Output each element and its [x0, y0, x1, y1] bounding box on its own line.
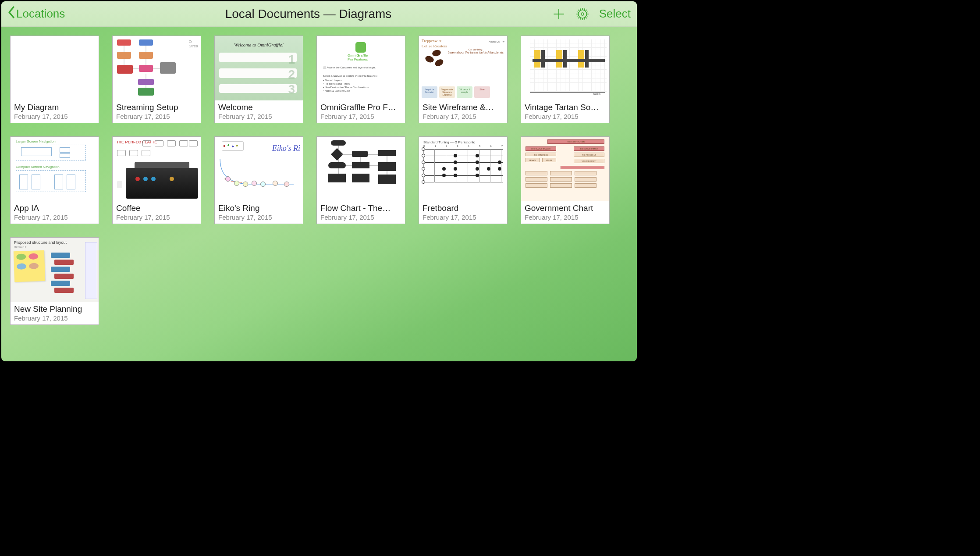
document-item[interactable]: THE PERFECT LATTE Coffee February 17, 20…: [112, 136, 201, 224]
svg-line-8: [578, 17, 579, 18]
document-item[interactable]: OmniGraffle Pro Features ⬜ Access the Ca…: [316, 36, 405, 123]
svg-line-12: [586, 15, 588, 16]
document-label: Coffee February 17, 2015: [113, 201, 201, 224]
document-title: Eiko's Ring: [218, 203, 299, 213]
document-label: App IA February 17, 2015: [11, 201, 99, 224]
document-title: Government Chart: [525, 203, 606, 213]
back-label: Locations: [16, 7, 65, 21]
document-thumbnail: THE PERFECT LATTE: [113, 137, 201, 201]
document-date: February 17, 2015: [14, 113, 95, 120]
document-date: February 17, 2015: [525, 214, 606, 221]
document-thumbnail: OmniGraffle Pro Features ⬜ Access the Ca…: [317, 36, 405, 100]
document-label: My Diagram February 17, 2015: [11, 100, 99, 123]
document-label: Welcome February 17, 2015: [215, 100, 303, 123]
document-label: Vintage Tartan So… February 17, 2015: [521, 100, 609, 123]
document-title: New Site Planning: [14, 304, 95, 314]
document-browser: Locations Local Documents — Diagrams: [0, 0, 638, 363]
toolbar: Locations Local Documents — Diagrams: [1, 1, 637, 27]
document-title: App IA: [14, 203, 95, 213]
svg-line-14: [580, 18, 581, 19]
document-date: February 17, 2015: [525, 113, 606, 120]
document-title: Site Wireframe &…: [423, 103, 504, 112]
document-thumbnail: Standard Tuning — G Pentatonic 01234567: [419, 137, 507, 201]
document-label: Site Wireframe &… February 17, 2015: [419, 100, 507, 123]
document-title: Vintage Tartan So…: [525, 103, 606, 112]
document-item[interactable]: Standard Tuning — G Pentatonic 01234567: [419, 136, 508, 224]
document-thumbnail: THE CONSTITUTION LEGISLATIVE BRANCH EXEC…: [521, 137, 609, 201]
svg-line-17: [580, 8, 581, 10]
svg-line-11: [586, 11, 588, 12]
document-label: Flow Chart - The… February 17, 2015: [317, 201, 405, 224]
document-label: Eiko's Ring February 17, 2015: [215, 201, 303, 224]
document-thumbnail: Proposed structure and layout Revision #: [11, 238, 99, 302]
document-label: Streaming Setup February 17, 2015: [113, 100, 201, 123]
document-date: February 17, 2015: [14, 214, 95, 221]
document-title: My Diagram: [14, 103, 95, 112]
document-item[interactable]: Larger Screen Navigation Compact Screen …: [10, 136, 99, 224]
document-title: Streaming Setup: [116, 103, 197, 112]
document-thumbnail: Socks: [521, 36, 609, 100]
document-date: February 17, 2015: [320, 214, 401, 221]
document-thumbnail: TreppenwitzCoffee Roasters About Us Pr O…: [419, 36, 507, 100]
document-item[interactable]: TreppenwitzCoffee Roasters About Us Pr O…: [419, 36, 508, 123]
document-date: February 17, 2015: [116, 113, 197, 120]
document-title: Fretboard: [423, 203, 504, 213]
document-date: February 17, 2015: [116, 214, 197, 221]
chevron-left-icon: [7, 5, 15, 22]
document-item[interactable]: Welcome to OmniGraffle! 1 2 3 Welcome Fe…: [214, 36, 303, 123]
document-label: Fretboard February 17, 2015: [419, 201, 507, 224]
document-date: February 17, 2015: [218, 113, 299, 120]
document-item[interactable]: Eiko's Ri Eiko's Ring February 17, 2015: [214, 136, 303, 224]
document-date: February 17, 2015: [14, 314, 95, 322]
document-label: New Site Planning February 17, 2015: [11, 302, 99, 324]
document-thumbnail: [11, 36, 99, 100]
document-title: Coffee: [116, 203, 197, 213]
svg-line-7: [585, 17, 586, 18]
svg-line-16: [577, 11, 579, 12]
document-grid: My Diagram February 17, 2015 OStrea: [1, 27, 637, 361]
svg-line-13: [584, 18, 585, 19]
document-item[interactable]: Socks Vintage Tartan So… February 17, 20…: [521, 36, 610, 123]
svg-line-9: [585, 10, 586, 11]
document-date: February 17, 2015: [423, 113, 504, 120]
svg-point-1: [581, 12, 584, 15]
back-button[interactable]: Locations: [7, 5, 65, 22]
page-title: Local Documents — Diagrams: [65, 7, 551, 21]
document-item[interactable]: OStrea Streaming Setup February 17, 2015: [112, 36, 201, 123]
svg-line-15: [577, 15, 579, 16]
svg-line-6: [578, 10, 579, 11]
document-title: Flow Chart - The…: [320, 203, 401, 213]
document-label: OmniGraffle Pro F… February 17, 2015: [317, 100, 405, 123]
add-button[interactable]: [552, 7, 566, 21]
document-thumbnail: Welcome to OmniGraffle! 1 2 3: [215, 36, 303, 100]
svg-line-10: [584, 8, 585, 10]
document-thumbnail: OStrea: [113, 36, 201, 100]
document-thumbnail: [317, 137, 405, 201]
document-thumbnail: Eiko's Ri: [215, 137, 303, 201]
toolbar-actions: Select: [552, 7, 631, 21]
document-date: February 17, 2015: [218, 214, 299, 221]
document-label: Government Chart February 17, 2015: [521, 201, 609, 224]
document-item[interactable]: My Diagram February 17, 2015: [10, 36, 99, 123]
document-item[interactable]: Proposed structure and layout Revision #…: [10, 237, 99, 325]
document-date: February 17, 2015: [423, 214, 504, 221]
select-button[interactable]: Select: [599, 7, 631, 21]
document-item[interactable]: Flow Chart - The… February 17, 2015: [316, 136, 405, 224]
document-title: Welcome: [218, 103, 299, 112]
document-date: February 17, 2015: [320, 113, 401, 120]
settings-button[interactable]: [575, 7, 589, 21]
document-thumbnail: Larger Screen Navigation Compact Screen …: [11, 137, 99, 201]
document-title: OmniGraffle Pro F…: [320, 103, 401, 112]
document-item[interactable]: THE CONSTITUTION LEGISLATIVE BRANCH EXEC…: [521, 136, 610, 224]
